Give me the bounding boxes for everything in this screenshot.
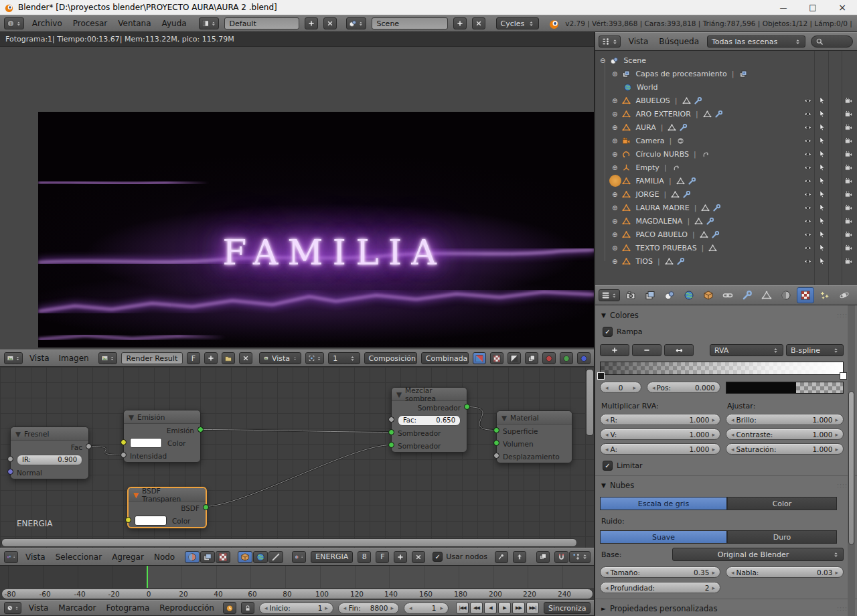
- lock-frame-button[interactable]: [241, 602, 254, 614]
- rampa-checkbox[interactable]: ✓: [603, 327, 613, 337]
- editor-type-outliner-button[interactable]: [599, 35, 621, 48]
- node-emision[interactable]: ▼EmisiónEmisiónColorIntensidad: [123, 410, 201, 463]
- expand-expander-icon[interactable]: ⊕: [612, 97, 617, 104]
- color-swatch[interactable]: [130, 438, 162, 448]
- properties-tab-material[interactable]: [777, 287, 795, 303]
- socket-input-sombreador[interactable]: [388, 429, 394, 435]
- timeline-menu-marcador[interactable]: Marcador: [56, 603, 98, 613]
- socket-input-ir[interactable]: [7, 456, 13, 462]
- outliner-item-label[interactable]: MAGDALENA: [635, 217, 682, 226]
- layout-delete-button[interactable]: [323, 17, 337, 29]
- backdrop-button[interactable]: [536, 551, 550, 563]
- restrict-select-pointer-icon[interactable]: [818, 244, 826, 252]
- restrict-select-pointer-icon[interactable]: [818, 123, 826, 131]
- outliner-item-paco-abuelo[interactable]: ⊕PACO ABUELO|: [595, 228, 857, 241]
- outliner-search-field[interactable]: [811, 35, 853, 48]
- image-pass-dropdown[interactable]: Combinada: [421, 352, 469, 364]
- socket-output-sombreador[interactable]: [464, 404, 470, 410]
- restrict-select-pointer-icon[interactable]: [818, 150, 826, 158]
- timeline-menu-vista[interactable]: Vista: [26, 603, 52, 613]
- socket-input-volumen[interactable]: [493, 440, 499, 446]
- editor-type-image-button[interactable]: [4, 352, 23, 364]
- restrict-render-camera-icon[interactable]: [844, 163, 853, 172]
- restrict-view-eye-icon[interactable]: [803, 110, 812, 119]
- layout-add-button[interactable]: [305, 17, 318, 29]
- topbar-menu-procesar[interactable]: Procesar: [70, 19, 110, 28]
- ramp-delete-button[interactable]: [632, 344, 661, 356]
- node-menu-vista[interactable]: Vista: [23, 552, 48, 562]
- node-bsdf-header[interactable]: ▼BSDF Transparen: [129, 488, 206, 502]
- node-mix-header[interactable]: ▼Mezclar sombrea: [392, 388, 467, 401]
- node-material-header[interactable]: ▼Material: [497, 411, 572, 425]
- outliner-item-label[interactable]: AURA: [635, 123, 655, 132]
- outliner-item-abuelos[interactable]: ⊕ABUELOS|: [595, 94, 857, 107]
- properties-tab-data[interactable]: [758, 287, 775, 303]
- editor-type-properties-button[interactable]: [599, 289, 620, 301]
- image-space-dropdown[interactable]: Composición: [364, 352, 417, 364]
- outliner-item-label[interactable]: PACO ABUELO: [635, 230, 688, 239]
- socket-input-superficie[interactable]: [493, 427, 499, 433]
- expand-expander-icon[interactable]: ⊕: [612, 258, 617, 265]
- restrict-render-camera-icon[interactable]: [844, 244, 853, 252]
- node-menu-agregar[interactable]: Agregar: [109, 552, 147, 562]
- topbar-menu-ventana[interactable]: Ventana: [115, 19, 153, 28]
- nubes-nabla-slider[interactable]: ◂Nabla:0.03▸: [726, 566, 844, 578]
- expand-expander-icon[interactable]: ⊕: [612, 244, 617, 252]
- outliner-filter-dropdown[interactable]: Todas las escenas: [707, 35, 805, 48]
- restrict-select-pointer-icon[interactable]: [818, 137, 826, 145]
- properties-tab-modifiers[interactable]: [738, 287, 756, 303]
- outliner-item-laura-madre[interactable]: ⊕LAURA MADRE|: [595, 201, 857, 214]
- ramp-handle-right[interactable]: [840, 372, 847, 380]
- restrict-view-eye-icon[interactable]: [803, 96, 812, 105]
- ramp-spline-dropdown[interactable]: B-spline: [786, 344, 844, 356]
- properties-tab-world[interactable]: [680, 287, 698, 303]
- restrict-select-pointer-icon[interactable]: [818, 110, 826, 118]
- tree-type-material-button[interactable]: [185, 551, 200, 563]
- display-alpha-button[interactable]: [490, 352, 503, 364]
- maximize-button[interactable]: □: [798, 3, 828, 12]
- node-emision-header[interactable]: ▼Emisión: [124, 410, 200, 424]
- socket-input-sombreador[interactable]: [388, 442, 394, 448]
- restrict-view-eye-icon[interactable]: [803, 230, 812, 239]
- layout-selector-icon-button[interactable]: [199, 17, 219, 29]
- outliner-item-círculo-nurbs[interactable]: ⊕Círculo NURBS|: [595, 147, 857, 161]
- display-copy-button[interactable]: [525, 352, 538, 364]
- restrict-view-eye-icon[interactable]: [803, 217, 812, 226]
- properties-tab-render[interactable]: [622, 287, 639, 303]
- outliner-item-aro-exterior[interactable]: ⊕ARO EXTERIOR|: [595, 107, 857, 121]
- image-editor-viewport[interactable]: FAMILIA: [0, 47, 595, 350]
- parent-tree-button[interactable]: [513, 551, 526, 563]
- outliner-item-label[interactable]: ABUELOS: [635, 96, 670, 105]
- restrict-select-pointer-icon[interactable]: [818, 230, 826, 238]
- display-rgba-button[interactable]: [473, 352, 486, 364]
- restrict-render-camera-icon[interactable]: [844, 177, 853, 185]
- properties-tab-constraints[interactable]: [719, 287, 736, 303]
- collapse-icon[interactable]: ▼: [129, 413, 134, 421]
- timeline-menu-fotograma[interactable]: Fotograma: [104, 603, 153, 613]
- ajustar-brillo-slider[interactable]: ◂Brillo:1.000▸: [726, 414, 844, 425]
- properties-tab-object[interactable]: [700, 287, 717, 303]
- start-frame-field[interactable]: ◂Inicio:1▸: [259, 603, 333, 614]
- properties-tab-particles[interactable]: [816, 287, 834, 303]
- restrict-render-camera-icon[interactable]: [844, 217, 853, 226]
- socket-input-intensidad[interactable]: [121, 452, 127, 458]
- end-frame-field[interactable]: ◂Fin:8800▸: [338, 603, 399, 614]
- node-fresnel[interactable]: ▼FresnelFacIR:0.900Normal: [10, 427, 89, 479]
- channel-blue-button[interactable]: [577, 352, 591, 364]
- ramp-flip-button[interactable]: [664, 344, 694, 356]
- restrict-render-camera-icon[interactable]: [844, 230, 853, 239]
- ramp-interpolation-dropdown[interactable]: RVA: [710, 344, 783, 356]
- image-menu-vista[interactable]: Vista: [27, 354, 52, 363]
- outliner-item-label[interactable]: Scene: [623, 56, 646, 65]
- image-fake-user-button[interactable]: F: [187, 352, 200, 364]
- playback-play-button[interactable]: ▶: [498, 602, 511, 614]
- restrict-view-eye-icon[interactable]: [803, 137, 812, 145]
- outliner-item-label[interactable]: JORGE: [635, 190, 659, 199]
- restrict-render-camera-icon[interactable]: [844, 96, 853, 105]
- editor-type-node-button[interactable]: [4, 551, 18, 563]
- image-unlink-button[interactable]: [239, 352, 252, 364]
- restrict-view-eye-icon[interactable]: [803, 177, 812, 185]
- context-world-button[interactable]: [253, 551, 268, 563]
- color-swatch[interactable]: [135, 516, 167, 526]
- image-pivot-button[interactable]: [305, 352, 324, 364]
